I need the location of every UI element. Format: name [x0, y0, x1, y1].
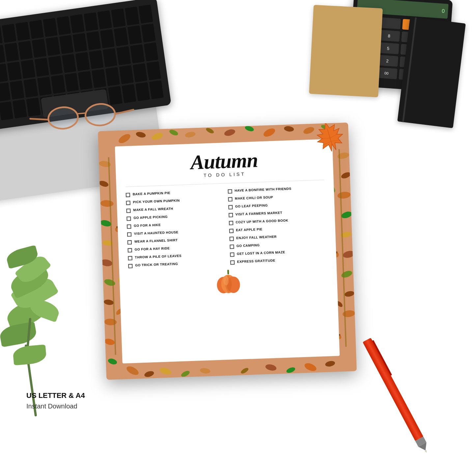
svg-point-21 — [104, 338, 115, 346]
svg-point-26 — [340, 210, 353, 219]
checkbox-icon — [128, 256, 132, 260]
svg-point-13 — [98, 180, 109, 188]
checkbox-icon — [126, 209, 130, 213]
checklist-grid: BAKE A PUMPKIN PIE PICK YOUR OWN PUMPKIN… — [126, 184, 327, 270]
svg-point-40 — [303, 362, 318, 373]
checkbox-icon — [229, 229, 233, 233]
card-inner: Autumn TO DO LIST BAKE A PUMPKIN PIE PIC… — [115, 139, 340, 364]
svg-point-19 — [103, 299, 114, 306]
svg-point-29 — [341, 269, 353, 279]
svg-point-22 — [107, 357, 118, 365]
glasses-lens-right — [84, 102, 117, 127]
checkbox-icon — [228, 213, 233, 217]
autumn-card: Autumn TO DO LIST BAKE A PUMPKIN PIE PIC… — [98, 123, 357, 380]
svg-point-3 — [169, 129, 179, 137]
checkbox-icon — [127, 232, 131, 237]
checkbox-icon — [228, 205, 233, 209]
checkbox-icon — [229, 237, 234, 241]
svg-point-41 — [325, 360, 336, 367]
checkbox-icon — [128, 264, 132, 268]
checkbox-icon — [127, 224, 131, 229]
svg-point-2 — [151, 131, 164, 141]
svg-point-1 — [135, 131, 146, 138]
svg-point-0 — [117, 132, 132, 145]
svg-point-18 — [103, 278, 116, 287]
svg-point-33 — [144, 370, 154, 378]
checkbox-icon — [230, 252, 234, 257]
svg-point-8 — [262, 127, 276, 138]
pumpkin-decoration — [128, 266, 328, 300]
svg-point-5 — [205, 127, 215, 134]
svg-rect-54 — [227, 270, 229, 274]
kraft-notebook — [309, 5, 383, 98]
glasses-arm-right — [115, 109, 134, 115]
svg-point-30 — [344, 290, 355, 297]
glasses-bridge — [78, 112, 85, 115]
checkbox-icon — [128, 248, 132, 252]
svg-line-43 — [339, 149, 346, 347]
download-type-label: Instant Download — [26, 403, 85, 410]
svg-point-4 — [184, 131, 196, 138]
svg-point-15 — [99, 219, 112, 227]
checkbox-icon — [126, 216, 131, 221]
checkbox-icon — [230, 244, 234, 249]
svg-point-37 — [240, 367, 249, 375]
checklist-right-column: HAVE A BONFIRE WITH FRIENDS MAKE CHILI O… — [228, 184, 327, 266]
svg-point-35 — [180, 370, 190, 378]
paper-size-label: US LETTER & A4 — [26, 391, 85, 400]
svg-point-34 — [159, 367, 172, 376]
glasses-arm-left — [29, 118, 49, 121]
product-info: US LETTER & A4 Instant Download — [26, 391, 85, 410]
checklist-left-column: BAKE A PUMPKIN PIE PICK YOUR OWN PUMPKIN… — [126, 187, 225, 270]
glasses-lens-left — [46, 105, 80, 131]
corner-maple-leaf — [308, 123, 352, 162]
svg-point-25 — [337, 191, 351, 199]
checkbox-icon — [228, 189, 232, 193]
svg-point-38 — [265, 363, 277, 372]
svg-point-32 — [125, 365, 140, 377]
checkbox-icon — [126, 193, 130, 197]
pumpkin-svg — [213, 268, 244, 296]
svg-point-7 — [244, 125, 255, 132]
checkbox-icon — [229, 221, 233, 225]
svg-point-6 — [224, 128, 236, 137]
checkbox-icon — [228, 197, 232, 201]
svg-point-36 — [200, 367, 211, 374]
svg-point-39 — [286, 366, 296, 374]
checkbox-icon — [230, 260, 234, 265]
checkbox-icon — [126, 201, 130, 205]
svg-point-14 — [100, 200, 114, 207]
svg-point-9 — [284, 126, 294, 132]
checkbox-icon — [127, 240, 132, 244]
